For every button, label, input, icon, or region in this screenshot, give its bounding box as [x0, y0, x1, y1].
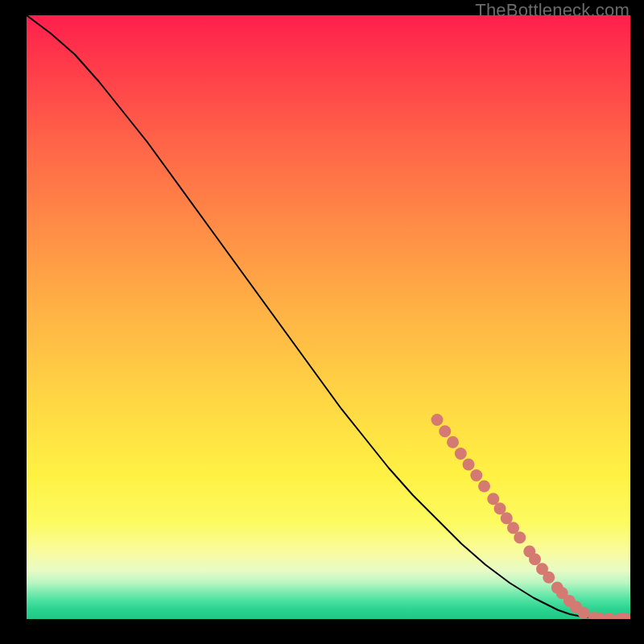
curve-dot: [447, 436, 459, 448]
curve-dot: [603, 613, 615, 619]
curve-dot: [529, 553, 541, 565]
chart-overlay: [27, 15, 630, 619]
curve-dot: [470, 469, 482, 481]
watermark-label: TheBottleneck.com: [475, 0, 630, 21]
chart-frame: [27, 15, 630, 619]
curve-dot: [431, 414, 444, 426]
curve-dash-dots: [431, 414, 631, 619]
curve-dot: [578, 607, 590, 619]
curve-dot: [439, 425, 451, 437]
curve-dot: [514, 531, 526, 543]
curve-dot: [478, 481, 490, 493]
curve-dot: [463, 459, 475, 471]
curve-dot: [455, 448, 467, 460]
curve-dot: [543, 572, 555, 584]
bottleneck-curve: [27, 15, 630, 619]
